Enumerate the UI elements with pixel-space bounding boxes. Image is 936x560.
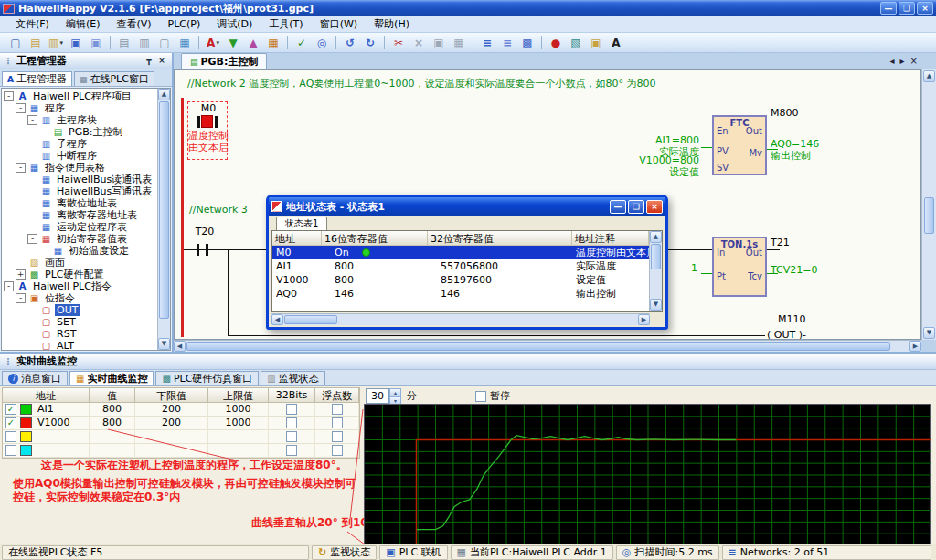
m110-out-coil[interactable]: ( OUT )-: [765, 329, 808, 340]
scrollbar-thumb[interactable]: [924, 197, 934, 234]
insert-network-icon[interactable]: ≡: [478, 35, 496, 51]
delete-icon[interactable]: ×: [410, 35, 428, 51]
col-32bit-value[interactable]: 32位寄存器值: [428, 231, 572, 245]
tab-plc-hardware-sim[interactable]: ▩ PLC硬件仿真窗口: [155, 371, 259, 385]
scrollbar-thumb[interactable]: [186, 342, 890, 351]
tab-prev-icon[interactable]: ◂: [890, 56, 895, 66]
bits32-checkbox[interactable]: [286, 431, 297, 442]
pause-control[interactable]: 暂停: [475, 389, 510, 403]
tree-item[interactable]: -▣位指令: [2, 292, 157, 304]
scrollbar-thumb[interactable]: [651, 244, 661, 269]
save-icon[interactable]: ▣: [67, 35, 85, 51]
pin-icon[interactable]: ┳: [143, 55, 155, 68]
status-table-row[interactable]: M0On温度控制由文本启: [272, 246, 649, 259]
editor-vscrollbar[interactable]: ▲ ▼: [921, 69, 936, 340]
open-icon[interactable]: ▤: [27, 35, 45, 51]
address-status-dialog[interactable]: 地址状态表 - 状态表1 — ❏ × 状态表1 地址 16位寄存器值 32位寄存…: [266, 195, 668, 330]
page-setup-icon[interactable]: ▢: [155, 35, 174, 51]
ladder-canvas[interactable]: //Network 2 温度控制，AQ要使用工程量0~1000，设定温度和实际温…: [174, 69, 921, 340]
scroll-down-icon[interactable]: ▼: [923, 327, 935, 339]
watch-table-row[interactable]: ✓V10008002001000: [3, 417, 359, 430]
watch-table-row[interactable]: [3, 444, 359, 458]
col-16bit-value[interactable]: 16位寄存器值: [322, 231, 428, 245]
tab-message-window[interactable]: i 消息窗口: [2, 371, 68, 385]
dialog-minimize-button[interactable]: —: [610, 200, 626, 214]
open-project-icon[interactable]: ▥▾: [47, 35, 65, 51]
float-checkbox[interactable]: [332, 445, 343, 456]
bits32-checkbox[interactable]: [286, 445, 297, 456]
row-enable-checkbox[interactable]: ✓: [5, 417, 16, 428]
drag-handle-icon[interactable]: ⋮: [4, 356, 13, 366]
menu-item[interactable]: PLC(P): [160, 17, 209, 31]
spinner-buttons[interactable]: ▴ ▾: [389, 388, 401, 404]
tree-item[interactable]: -AHaiwell PLC指令: [2, 280, 157, 292]
append-network-icon[interactable]: ≡: [498, 35, 516, 51]
scroll-up-icon[interactable]: ▲: [650, 231, 662, 243]
col-32bits[interactable]: 32Bits: [269, 388, 315, 402]
col-address[interactable]: 地址: [3, 388, 90, 402]
print-icon[interactable]: ▤: [115, 35, 133, 51]
menu-item[interactable]: 窗口(W): [312, 16, 366, 32]
menu-item[interactable]: 查看(V): [108, 16, 159, 32]
download-plc-icon[interactable]: ▼: [224, 35, 242, 51]
col-comment[interactable]: 地址注释: [572, 231, 649, 245]
editor-hscrollbar[interactable]: ◀ ▶: [174, 340, 921, 352]
tree-expander[interactable]: -: [27, 115, 37, 125]
bits32-checkbox[interactable]: [286, 417, 297, 428]
spin-up-icon[interactable]: ▴: [389, 388, 401, 396]
tree-expander[interactable]: -: [4, 281, 14, 291]
save-all-icon[interactable]: ▣: [87, 35, 105, 51]
tree-item[interactable]: ▦初始温度设定: [2, 245, 157, 257]
menu-item[interactable]: 调试(D): [208, 16, 261, 32]
lock-icon[interactable]: ▣: [587, 35, 605, 51]
copy-icon[interactable]: ▣: [430, 35, 448, 51]
m0-contact[interactable]: [201, 115, 213, 128]
float-checkbox[interactable]: [332, 431, 343, 442]
drag-handle-icon[interactable]: ⋮: [4, 56, 13, 66]
dialog-maximize-button[interactable]: ❏: [628, 200, 644, 214]
tab-pgb-main-control[interactable]: ▤ PGB:主控制: [181, 53, 267, 69]
cut-icon[interactable]: ✂: [389, 35, 408, 51]
scroll-right-icon[interactable]: ▶: [638, 314, 650, 325]
haiwell-logo-icon[interactable]: A▾: [204, 35, 222, 51]
tree-expander[interactable]: -: [16, 163, 26, 173]
dialog-close-button[interactable]: ×: [646, 200, 663, 214]
tree-item[interactable]: ▢RST: [2, 328, 157, 340]
hardware-sim-icon[interactable]: ▧: [567, 35, 585, 51]
tree-item[interactable]: ▢OUT: [2, 304, 157, 316]
time-window-value[interactable]: 30: [366, 388, 389, 404]
stop-plc-icon[interactable]: ●: [547, 35, 565, 51]
font-icon[interactable]: A: [607, 35, 625, 51]
scroll-left-icon[interactable]: ◀: [271, 314, 283, 325]
time-window-spinner[interactable]: 30 ▴ ▾ 分: [366, 388, 417, 404]
tab-status-table-1[interactable]: 状态表1: [276, 217, 327, 230]
upload-plc-icon[interactable]: ▲: [244, 35, 262, 51]
panel-close-icon[interactable]: ×: [155, 55, 168, 68]
scroll-up-icon[interactable]: ▲: [158, 89, 170, 100]
tab-online-plc-window[interactable]: ▦ 在线PLC窗口: [74, 71, 154, 86]
undo-icon[interactable]: ↺: [341, 35, 359, 51]
dialog-title-bar[interactable]: 地址状态表 - 状态表1 — ❏ ×: [269, 197, 665, 216]
pause-checkbox[interactable]: [475, 391, 486, 402]
row-enable-checkbox[interactable]: [5, 445, 16, 456]
menu-item[interactable]: 帮助(H): [366, 16, 418, 32]
status-table-row[interactable]: AQ0146146输出控制: [272, 287, 649, 301]
tab-realtime-curve[interactable]: ▦ 实时曲线监控: [69, 371, 154, 385]
scroll-down-icon[interactable]: ▼: [650, 299, 662, 311]
float-checkbox[interactable]: [332, 417, 343, 428]
col-value[interactable]: 值: [90, 388, 135, 402]
tab-project-manager[interactable]: A 工程管理器: [2, 71, 72, 86]
paste-icon[interactable]: ▦: [450, 35, 468, 51]
close-button[interactable]: ×: [917, 2, 933, 15]
new-icon[interactable]: ▢: [6, 35, 25, 51]
menu-item[interactable]: 编辑(E): [58, 16, 109, 32]
col-low-limit[interactable]: 下限值: [135, 388, 208, 402]
ftc-function-block[interactable]: FTC En Out PV Mv SV: [712, 115, 767, 175]
restore-button[interactable]: ❏: [899, 2, 915, 15]
ton-timer-block[interactable]: TON.1s In Out Pt Tcv: [712, 237, 767, 297]
edit-network-icon[interactable]: ▩: [518, 35, 537, 51]
tab-watch-status[interactable]: ▥ 监视状态: [261, 371, 324, 385]
status-table-row[interactable]: V100080085197600设定值: [272, 273, 649, 287]
scrollbar-thumb[interactable]: [159, 101, 169, 319]
col-address[interactable]: 地址: [272, 231, 322, 245]
